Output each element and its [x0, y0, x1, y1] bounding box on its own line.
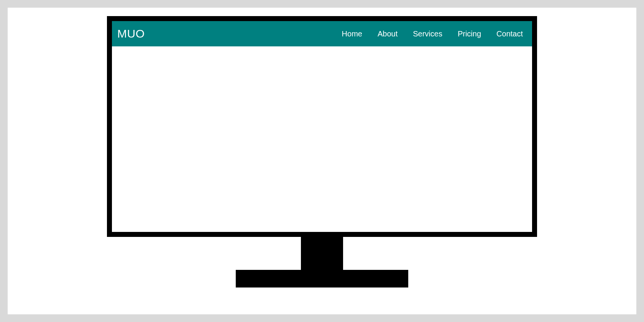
monitor-base: [236, 270, 408, 288]
page-content: [112, 46, 532, 232]
nav-link-services[interactable]: Services: [413, 30, 442, 38]
navbar: MUO Home About Services Pricing Contact: [112, 21, 532, 46]
brand-logo[interactable]: MUO: [117, 27, 145, 40]
nav-link-about[interactable]: About: [378, 30, 398, 38]
monitor-frame: MUO Home About Services Pricing Contact: [107, 16, 537, 237]
page-canvas: MUO Home About Services Pricing Contact: [8, 8, 636, 314]
monitor-neck: [301, 237, 343, 270]
monitor: MUO Home About Services Pricing Contact: [107, 16, 537, 288]
nav-link-contact[interactable]: Contact: [496, 30, 523, 38]
monitor-screen: MUO Home About Services Pricing Contact: [112, 21, 532, 232]
nav-links: Home About Services Pricing Contact: [342, 30, 523, 38]
nav-link-pricing[interactable]: Pricing: [458, 30, 481, 38]
nav-link-home[interactable]: Home: [342, 30, 362, 38]
